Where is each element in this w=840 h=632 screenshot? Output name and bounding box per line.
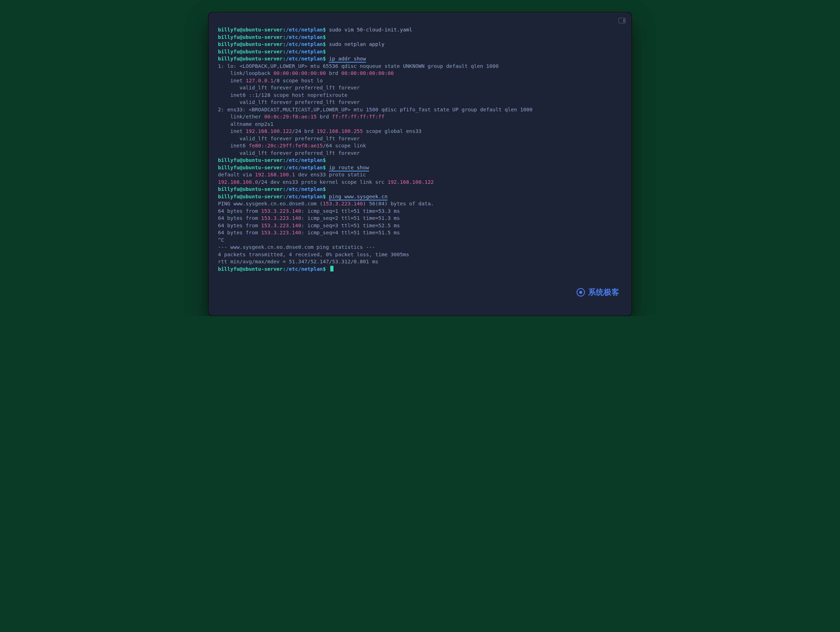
output-text: ^C [218,237,224,243]
svg-point-1 [579,291,583,294]
prompt-dollar: $ [323,266,326,272]
output-text: 00:0c:29:f8:ae:15 [264,114,316,119]
scroll-indicator-icon [619,18,625,23]
prompt-dollar: $ [323,56,326,62]
output-text: 153.3.223.140 [323,201,363,206]
output-text: : icmp_seq=1 ttl=51 time=53.3 ms [301,208,400,214]
prompt-path: /etc/netplan [286,266,323,272]
command-text: ip addr show [329,56,366,63]
output-text: rtt min/avg/max/mdev = 51.347/52.147/53.… [218,259,378,265]
prompt-line: billyfu@ubuntu-server:/etc/netplan$ sudo… [218,41,622,48]
output-text: 127.0.0.1 [246,78,274,84]
output-text: inet [218,78,246,84]
output-line: rtt min/avg/max/mdev = 51.347/52.147/53.… [218,258,622,265]
prompt-dollar: $ [323,194,326,200]
output-text: 00:00:00:00:00:00 [341,70,393,76]
watermark-text: 系统极客 [588,287,619,298]
output-line: inet6 fe80::20c:29ff:fef8:ae15/64 scope … [218,142,622,149]
output-text: altname enp2s1 [218,121,273,127]
output-line: 192.168.100.0/24 dev ens33 proto kernel … [218,179,622,186]
output-text: 64 bytes from [218,215,261,221]
prompt-line: billyfu@ubuntu-server:/etc/netplan$ ping… [218,193,622,200]
output-text: PING www.sysgeek.cn.eo.dnse0.com ( [218,201,323,206]
output-text: scope global ens33 [363,128,422,134]
output-text: 64 bytes from [218,208,261,214]
prompt-host: ubuntu-server [243,56,283,62]
output-text: link/loopback [218,70,273,76]
output-text: 192.168.100.255 [316,128,363,134]
prompt-path: /etc/netplan [286,27,323,33]
output-text: brd [316,114,332,119]
output-text: 64 bytes from [218,230,261,235]
prompt-user: billyfu [218,266,240,272]
prompt-user: billyfu [218,56,240,62]
prompt-dollar: $ [323,49,326,54]
prompt-dollar: $ [323,165,326,170]
output-text: inet [218,128,246,134]
prompt-host: ubuntu-server [243,41,283,47]
output-text: default via [218,172,255,177]
watermark-logo-icon [576,288,585,297]
output-text: 192.168.100.0 [218,179,258,185]
prompt-path: /etc/netplan [286,157,323,163]
output-text: /24 brd [292,128,317,134]
output-text: valid_lft forever preferred_lft forever [218,136,360,141]
prompt-dollar: $ [323,34,326,40]
command-text: sudo netplan apply [329,41,384,47]
output-line: link/loopback 00:00:00:00:00:00 brd 00:0… [218,70,622,77]
prompt-dollar: $ [323,186,326,192]
output-text: 153.3.223.140 [261,215,301,221]
prompt-path: /etc/netplan [286,34,323,40]
output-text: 2: ens33: <BROADCAST,MULTICAST,UP,LOWER_… [218,107,532,112]
prompt-user: billyfu [218,34,240,40]
prompt-path: /etc/netplan [286,56,323,62]
output-line: 2: ens33: <BROADCAST,MULTICAST,UP,LOWER_… [218,106,622,114]
output-line: --- www.sysgeek.cn.eo.dnse0.com ping sta… [218,244,622,251]
prompt-host: ubuntu-server [243,49,283,54]
output-line: PING www.sysgeek.cn.eo.dnse0.com (153.3.… [218,200,622,207]
prompt-line: billyfu@ubuntu-server:/etc/netplan$ [218,265,622,273]
output-text: : icmp_seq=3 ttl=51 time=52.5 ms [301,223,400,228]
prompt-host: ubuntu-server [243,186,283,192]
output-line: inet6 ::1/128 scope host noprefixroute [218,92,622,99]
output-text: : icmp_seq=4 ttl=51 time=51.5 ms [301,230,400,235]
output-text: 153.3.223.140 [261,223,301,228]
output-text: /8 scope host lo [273,78,323,84]
prompt-host: ubuntu-server [243,34,283,40]
output-text: 192.168.100.122 [246,128,292,134]
output-line: valid_lft forever preferred_lft forever [218,84,622,92]
prompt-user: billyfu [218,165,240,170]
prompt-path: /etc/netplan [286,165,323,170]
prompt-path: /etc/netplan [286,186,323,192]
output-text: ) 56(84) bytes of data. [363,201,434,206]
prompt-line: billyfu@ubuntu-server:/etc/netplan$ ip r… [218,164,622,171]
output-text: valid_lft forever preferred_lft forever [218,85,360,90]
output-text: inet6 ::1/128 scope host noprefixroute [218,92,347,98]
terminal-window: billyfu@ubuntu-server:/etc/netplan$ sudo… [208,12,632,316]
command-text: sudo vim 50-cloud-init.yaml [329,27,412,33]
output-text: 00:00:00:00:00:00 [273,70,326,76]
prompt-user: billyfu [218,27,240,33]
prompt-user: billyfu [218,186,240,192]
cursor-icon [330,266,333,271]
output-text: link/ether [218,114,264,119]
prompt-line: billyfu@ubuntu-server:/etc/netplan$ [218,48,622,55]
prompt-host: ubuntu-server [243,266,283,272]
output-line: 64 bytes from 153.3.223.140: icmp_seq=4 … [218,229,622,236]
prompt-user: billyfu [218,194,240,200]
prompt-host: ubuntu-server [243,194,283,200]
prompt-dollar: $ [323,157,326,163]
output-line: valid_lft forever preferred_lft forever [218,135,622,143]
output-text: /24 dev ens33 proto kernel scope link sr… [258,179,388,185]
output-line: valid_lft forever preferred_lft forever [218,149,622,157]
output-text: 64 bytes from [218,223,261,228]
output-line: 1: lo: <LOOPBACK,UP,LOWER_UP> mtu 65536 … [218,63,622,70]
output-text: 1: lo: <LOOPBACK,UP,LOWER_UP> mtu 65536 … [218,63,499,69]
output-text: dev ens33 proto static [295,172,366,177]
output-line: 4 packets transmitted, 4 received, 0% pa… [218,251,622,258]
output-line: valid_lft forever preferred_lft forever [218,98,622,106]
terminal-output[interactable]: billyfu@ubuntu-server:/etc/netplan$ sudo… [218,26,622,306]
prompt-line: billyfu@ubuntu-server:/etc/netplan$ [218,185,622,193]
output-line: link/ether 00:0c:29:f8:ae:15 brd ff:ff:f… [218,113,622,120]
output-line: ^C [218,236,622,244]
